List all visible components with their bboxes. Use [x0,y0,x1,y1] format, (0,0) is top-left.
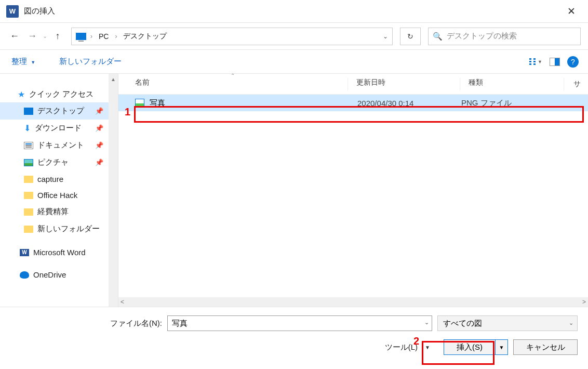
document-icon [24,142,33,149]
view-mode-button[interactable]: ▼ [529,58,542,65]
folder-icon [24,208,33,216]
title-bar: W 図の挿入 ✕ [0,0,588,23]
pin-icon: 📌 [95,141,103,149]
bottom-panel: ファイル名(N): ⌄ すべての図 ⌄ ツール(L) ▼ 挿入(S) ▼ キャン… [0,307,588,369]
file-type-filter[interactable]: すべての図 [437,315,578,331]
word-icon: W [6,5,19,18]
search-placeholder: デスクトップの検索 [447,31,517,41]
preview-pane-button[interactable] [550,58,560,66]
pc-icon [76,33,86,40]
folder-icon [24,226,33,233]
sidebar-item-newfolder[interactable]: 新しいフォルダー [0,220,109,238]
sidebar-item-pictures[interactable]: ピクチャ📌 [0,154,109,171]
file-name: 写真 [150,98,357,108]
image-file-icon [135,99,144,107]
insert-split-dropdown[interactable]: ▼ [495,340,507,354]
word-icon: W [20,249,29,256]
cancel-button[interactable]: キャンセル [513,339,578,355]
file-row[interactable]: 写真 2020/04/30 0:14 PNG ファイル [118,95,588,111]
file-list: ⌃ 名前 更新日時 種類 サ 写真 2020/04/30 0:14 PNG ファ… [118,74,588,307]
download-icon: ⬇ [24,123,31,133]
forward-button[interactable]: → [25,29,39,44]
pin-icon: 📌 [95,124,103,132]
folder-icon [24,176,33,183]
sidebar-item-keihi[interactable]: 経費精算 [0,203,109,220]
sidebar-scrollbar[interactable]: ▲ [109,74,118,307]
sidebar-item-capture[interactable]: capture [0,171,109,187]
sidebar-quick-access[interactable]: ★クイック アクセス [0,86,109,102]
search-icon: 🔍 [433,32,443,41]
tools-button[interactable]: ツール(L) [385,342,418,352]
sidebar-onedrive[interactable]: OneDrive [0,267,109,279]
new-folder-button[interactable]: 新しいフォルダー [59,57,122,67]
tools-dropdown-icon[interactable]: ▼ [425,345,430,350]
sidebar: ★クイック アクセス デスクトップ📌 ⬇ダウンロード📌 ドキュメント📌 ピクチャ… [0,74,118,307]
col-name[interactable]: 名前 [135,78,348,90]
col-date[interactable]: 更新日時 [356,78,460,90]
filename-input[interactable] [167,315,432,331]
col-size[interactable]: サ [572,80,588,89]
sidebar-item-desktop[interactable]: デスクトップ📌 [0,102,109,120]
file-list-hscroll[interactable]: <> [118,297,588,307]
breadcrumb-sep: › [90,33,92,40]
dialog-title: 図の挿入 [24,6,561,16]
file-type: PNG ファイル [461,98,588,108]
breadcrumb-pc[interactable]: PC [97,32,111,41]
address-expand[interactable]: ⌄ [383,33,388,40]
insert-button[interactable]: 挿入(S) ▼ [444,339,508,355]
desktop-icon [24,108,33,115]
picture-icon [24,159,33,166]
history-dropdown[interactable]: ⌄ [43,33,47,39]
close-button[interactable]: ✕ [561,1,582,22]
column-headers[interactable]: ⌃ 名前 更新日時 種類 サ [118,74,588,95]
back-button[interactable]: ← [7,29,22,44]
folder-icon [24,192,33,199]
up-button[interactable]: ↑ [50,29,65,44]
breadcrumb-desktop[interactable]: デスクトップ [121,32,169,41]
address-bar[interactable]: › PC › デスクトップ ⌄ [71,28,393,45]
help-button[interactable]: ? [567,56,579,68]
sidebar-word[interactable]: WMicrosoft Word [0,245,109,260]
filename-dropdown-icon[interactable]: ⌄ [424,319,429,326]
sidebar-item-downloads[interactable]: ⬇ダウンロード📌 [0,120,109,137]
onedrive-icon [20,271,29,279]
pin-icon: 📌 [95,159,103,166]
refresh-button[interactable]: ↻ [400,28,421,45]
breadcrumb-sep: › [115,33,117,40]
filename-label: ファイル名(N): [110,319,162,328]
sidebar-item-officehack[interactable]: Office Hack [0,187,109,203]
main-area: ★クイック アクセス デスクトップ📌 ⬇ダウンロード📌 ドキュメント📌 ピクチャ… [0,74,588,307]
search-box[interactable]: 🔍 デスクトップの検索 [428,28,581,45]
sidebar-item-documents[interactable]: ドキュメント📌 [0,137,109,154]
organize-button[interactable]: 整理 ▼ [11,57,35,67]
nav-bar: ← → ⌄ ↑ › PC › デスクトップ ⌄ ↻ 🔍 デスクトップの検索 [0,23,588,50]
toolbar: 整理 ▼ 新しいフォルダー ▼ ? [0,50,588,74]
col-type[interactable]: 種類 [469,78,564,90]
filter-dropdown-icon[interactable]: ⌄ [569,320,573,326]
file-date: 2020/04/30 0:14 [357,99,461,108]
pin-icon: 📌 [95,107,103,115]
